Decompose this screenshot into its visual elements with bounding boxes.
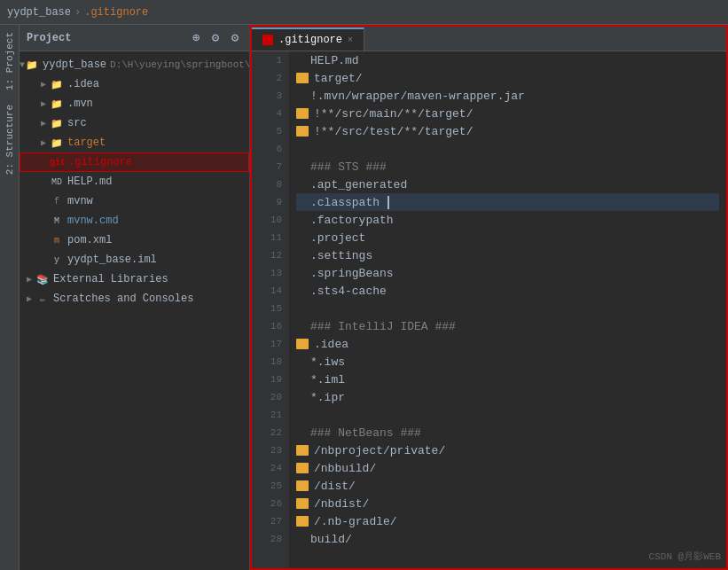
code-line-19: *.iml bbox=[296, 371, 719, 388]
project-tab[interactable]: 1: Project bbox=[1, 25, 19, 98]
root-path: D:\H\yueying\springboot\yydpt_base bbox=[110, 59, 249, 70]
line-17-text: .idea bbox=[314, 338, 348, 351]
code-line-10: .factorypath bbox=[296, 211, 719, 229]
ln-23: 23 bbox=[252, 441, 289, 459]
code-line-21 bbox=[296, 406, 719, 424]
tab-close-icon[interactable]: × bbox=[348, 35, 353, 45]
ln-6: 6 bbox=[252, 140, 289, 158]
ext-libs-icon: 📚 bbox=[35, 272, 50, 286]
tree-scratches[interactable]: ▶ ✏ Scratches and Consoles bbox=[20, 289, 249, 308]
tree-helpmd[interactable]: MD HELP.md bbox=[20, 172, 249, 191]
ln-7: 7 bbox=[252, 158, 289, 176]
side-tabs: 1: Project 2: Structure bbox=[0, 25, 20, 570]
line-13-text: .springBeans bbox=[296, 267, 394, 280]
folder-icon-26 bbox=[296, 498, 309, 509]
ln-16: 16 bbox=[252, 317, 289, 335]
folder-icon-23 bbox=[296, 445, 309, 456]
scratches-icon: ✏ bbox=[35, 292, 50, 306]
mvnw-icon: f bbox=[50, 194, 64, 208]
structure-tab[interactable]: 2: Structure bbox=[1, 98, 19, 182]
iml-label: yydpt_base.iml bbox=[67, 254, 157, 266]
idea-icon: 📁 bbox=[50, 77, 64, 91]
tab-gitignore[interactable]: .gitignore × bbox=[252, 27, 364, 51]
code-line-16: ### IntelliJ IDEA ### bbox=[296, 317, 719, 335]
toolbar-filter-icon[interactable]: ⚙ bbox=[208, 31, 223, 45]
tree-gitignore[interactable]: git .gitignore bbox=[20, 152, 249, 172]
ext-libs-label: External Libraries bbox=[53, 273, 168, 285]
ln-18: 18 bbox=[252, 353, 289, 371]
code-line-5: !**/src/test/**/target/ bbox=[296, 122, 719, 140]
line-3-text: !.mvn/wrapper/maven-wrapper.jar bbox=[296, 90, 525, 103]
tree-ext-libs[interactable]: ▶ 📚 External Libraries bbox=[20, 269, 249, 289]
ln-22: 22 bbox=[252, 424, 289, 441]
code-line-12: .settings bbox=[296, 246, 719, 264]
line-numbers: 1 2 3 4 5 6 7 8 9 10 11 12 13 14 15 16 1… bbox=[252, 51, 289, 568]
project-panel: Project ⊕ ⚙ ⚙ ▼ 📁 yydpt_base D:\H\yueyin… bbox=[20, 25, 250, 570]
line-4-text: !**/src/main/**/target/ bbox=[314, 107, 473, 121]
line-24-text: /nbbuild/ bbox=[314, 462, 376, 475]
line-9-text: .classpath bbox=[296, 196, 389, 209]
line-5-text: !**/src/test/**/target/ bbox=[314, 125, 473, 138]
src-icon: 📁 bbox=[50, 116, 64, 130]
root-folder-icon: 📁 bbox=[25, 58, 39, 72]
code-line-24: /nbbuild/ bbox=[296, 459, 719, 477]
line-27-text: /.nb-gradle/ bbox=[314, 515, 397, 528]
line-19-text: *.iml bbox=[296, 373, 345, 387]
target-icon: 📁 bbox=[50, 136, 64, 150]
tab-git-icon bbox=[262, 35, 273, 45]
line-7-text: ### STS ### bbox=[296, 160, 387, 174]
tree-mvnw[interactable]: f mvnw bbox=[20, 191, 249, 211]
tree-src[interactable]: ▶ 📁 src bbox=[20, 113, 249, 133]
code-line-26: /nbdist/ bbox=[296, 495, 719, 512]
ln-12: 12 bbox=[252, 246, 289, 264]
code-line-7: ### STS ### bbox=[296, 158, 719, 176]
tree-iml[interactable]: y yydpt_base.iml bbox=[20, 250, 249, 269]
pomxml-label: pom.xml bbox=[67, 234, 112, 246]
breadcrumb-current: .gitignore bbox=[84, 6, 148, 19]
tree-mvn[interactable]: ▶ 📁 .mvn bbox=[20, 94, 249, 113]
ln-3: 3 bbox=[252, 87, 289, 105]
code-editor[interactable]: 1 2 3 4 5 6 7 8 9 10 11 12 13 14 15 16 1… bbox=[252, 51, 726, 568]
ln-24: 24 bbox=[252, 459, 289, 477]
tree-idea[interactable]: ▶ 📁 .idea bbox=[20, 74, 249, 94]
ext-libs-arrow: ▶ bbox=[23, 274, 35, 285]
project-title: Project bbox=[27, 32, 71, 44]
target-arrow: ▶ bbox=[37, 137, 50, 148]
toolbar-settings-icon[interactable]: ⚙ bbox=[228, 31, 242, 45]
breadcrumb: yydpt_base › .gitignore bbox=[7, 6, 148, 19]
code-line-1: HELP.md bbox=[296, 51, 719, 69]
scratches-label: Scratches and Consoles bbox=[53, 293, 193, 305]
tree-target[interactable]: ▶ 📁 target bbox=[20, 133, 249, 152]
code-line-28: build/ bbox=[296, 530, 719, 548]
breadcrumb-root[interactable]: yydpt_base bbox=[7, 6, 71, 19]
folder-icon-27 bbox=[296, 516, 309, 527]
gitignore-label: .gitignore bbox=[68, 156, 132, 168]
editor-tabs: .gitignore × bbox=[252, 27, 726, 51]
tree-pomxml[interactable]: m pom.xml bbox=[20, 230, 249, 250]
ln-26: 26 bbox=[252, 495, 289, 512]
ln-11: 11 bbox=[252, 229, 289, 246]
ln-4: 4 bbox=[252, 105, 289, 122]
ln-15: 15 bbox=[252, 300, 289, 317]
line-1-text: HELP.md bbox=[296, 54, 359, 67]
line-25-text: /dist/ bbox=[314, 480, 356, 493]
line-8-text: .apt_generated bbox=[296, 178, 407, 191]
pomxml-icon: m bbox=[50, 233, 64, 247]
src-label: src bbox=[67, 117, 87, 129]
ln-19: 19 bbox=[252, 371, 289, 388]
code-line-15 bbox=[296, 300, 719, 317]
tree-root[interactable]: ▼ 📁 yydpt_base D:\H\yueying\springboot\y… bbox=[20, 55, 249, 74]
code-content[interactable]: HELP.md target/ !.mvn/wrapper/maven-wrap… bbox=[289, 51, 726, 568]
tree-mvnwcmd[interactable]: M mvnw.cmd bbox=[20, 211, 249, 230]
folder-icon-24 bbox=[296, 463, 309, 473]
helpmd-icon: MD bbox=[50, 175, 64, 189]
main-layout: 1: Project 2: Structure Project ⊕ ⚙ ⚙ ▼ … bbox=[0, 25, 728, 570]
toolbar-add-icon[interactable]: ⊕ bbox=[189, 31, 203, 45]
gitignore-icon: git bbox=[51, 155, 65, 169]
mvnwcmd-icon: M bbox=[50, 214, 64, 228]
line-18-text: *.iws bbox=[296, 355, 345, 369]
code-line-23: /nbproject/private/ bbox=[296, 441, 719, 459]
line-16-text: ### IntelliJ IDEA ### bbox=[296, 320, 456, 333]
mvn-label: .mvn bbox=[67, 98, 93, 110]
top-bar: yydpt_base › .gitignore bbox=[0, 0, 728, 25]
